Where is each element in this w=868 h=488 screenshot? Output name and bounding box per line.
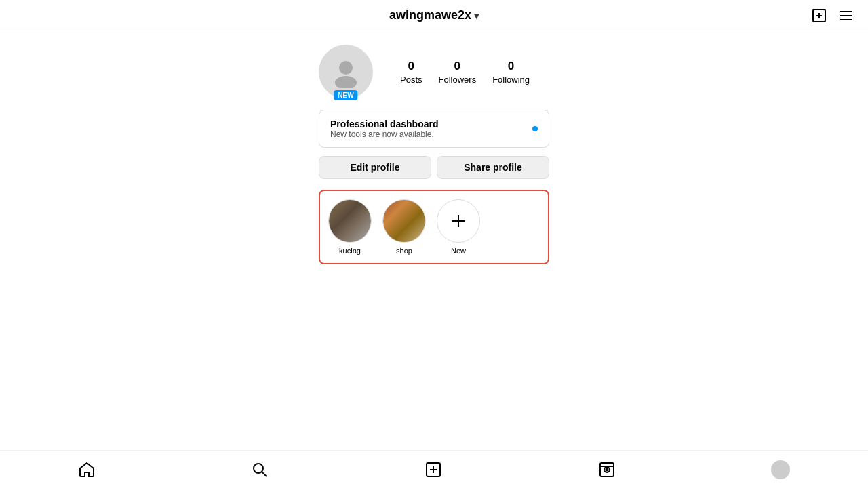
svg-point-17 xyxy=(606,468,608,470)
pro-dashboard-text: Professional dashboard New tools are now… xyxy=(330,119,438,139)
story-circle-new xyxy=(437,199,480,243)
pro-dashboard-subtitle: New tools are now available. xyxy=(330,129,438,139)
story-circle-shop xyxy=(382,199,426,243)
new-badge: NEW xyxy=(334,90,357,100)
following-count: 0 xyxy=(508,60,514,73)
followers-stat[interactable]: 0 Followers xyxy=(439,60,477,85)
bottom-nav xyxy=(0,450,868,488)
nav-home-button[interactable] xyxy=(78,461,96,479)
story-item-kucing[interactable]: kucing xyxy=(328,199,372,255)
story-label-kucing: kucing xyxy=(339,247,361,255)
profile-section: NEW 0 Posts 0 Followers 0 Following xyxy=(319,45,549,99)
shop-thumbnail xyxy=(383,199,425,243)
main-content: NEW 0 Posts 0 Followers 0 Following Prof… xyxy=(0,31,868,264)
menu-button[interactable] xyxy=(838,7,854,24)
posts-label: Posts xyxy=(400,75,422,85)
avatar-container[interactable]: NEW xyxy=(319,45,373,99)
story-label-new: New xyxy=(451,247,466,255)
top-bar-icons xyxy=(811,7,854,24)
pro-dashboard-title: Professional dashboard xyxy=(330,119,438,129)
following-stat[interactable]: 0 Following xyxy=(492,60,530,85)
action-buttons: Edit profile Share profile xyxy=(319,156,549,179)
svg-point-7 xyxy=(335,76,357,88)
nav-reels-button[interactable] xyxy=(598,461,616,479)
posts-count: 0 xyxy=(408,60,414,73)
stats-row: 0 Posts 0 Followers 0 Following xyxy=(400,60,530,85)
nav-create-button[interactable] xyxy=(425,461,442,479)
username-area[interactable]: awingmawe2x ▾ xyxy=(389,8,479,22)
pro-dashboard-dot xyxy=(532,126,538,131)
stories-section: kucing shop New xyxy=(319,190,549,264)
edit-profile-button[interactable]: Edit profile xyxy=(319,156,431,179)
story-label-shop: shop xyxy=(396,247,412,255)
kucing-thumbnail xyxy=(329,199,371,243)
new-post-button[interactable] xyxy=(811,7,827,24)
nav-search-button[interactable] xyxy=(251,461,269,479)
chevron-down-icon: ▾ xyxy=(474,10,479,21)
followers-label: Followers xyxy=(439,75,477,85)
svg-point-10 xyxy=(254,464,263,473)
story-item-shop[interactable]: shop xyxy=(382,199,426,255)
posts-stat[interactable]: 0 Posts xyxy=(400,60,422,85)
top-bar: awingmawe2x ▾ xyxy=(0,0,868,31)
pro-dashboard[interactable]: Professional dashboard New tools are now… xyxy=(319,110,549,148)
story-circle-kucing xyxy=(328,199,372,243)
nav-profile-avatar xyxy=(771,460,790,479)
username-text: awingmawe2x xyxy=(389,8,471,22)
story-item-new[interactable]: New xyxy=(437,199,480,255)
following-label: Following xyxy=(492,75,530,85)
share-profile-button[interactable]: Share profile xyxy=(437,156,549,179)
svg-line-11 xyxy=(262,472,267,476)
nav-profile-button[interactable] xyxy=(771,460,790,479)
followers-count: 0 xyxy=(454,60,460,73)
svg-point-6 xyxy=(339,61,353,75)
